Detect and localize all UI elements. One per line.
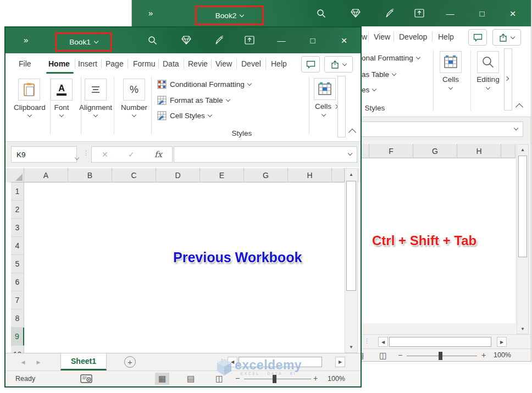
tab-data[interactable]: Data xyxy=(160,53,181,74)
insert-function-icon[interactable]: fx xyxy=(154,150,162,159)
chevron-down-icon[interactable] xyxy=(240,12,244,16)
minimize-button[interactable]: — xyxy=(274,32,289,48)
column-header-E[interactable]: E xyxy=(200,168,244,182)
scroll-right-icon[interactable]: ▶ xyxy=(497,337,507,347)
alignment-icon[interactable] xyxy=(85,79,107,101)
comment-button[interactable] xyxy=(301,56,320,73)
minimize-button[interactable]: — xyxy=(442,5,458,21)
drag-dots-icon[interactable]: ⋮ xyxy=(83,150,90,157)
column-header-H[interactable]: H xyxy=(288,168,332,182)
gem-icon[interactable] xyxy=(348,5,363,21)
row-header-8[interactable]: 8 xyxy=(11,309,24,328)
collapse-ribbon-icon[interactable] xyxy=(348,129,356,136)
pen-sparkle-icon[interactable] xyxy=(211,32,226,48)
row-header-7[interactable]: 7 xyxy=(11,291,24,309)
scroll-right-icon[interactable]: ▶ xyxy=(335,357,345,367)
zoom-level[interactable]: 100% xyxy=(494,351,511,359)
titlebar-overflow-chevron[interactable]: » xyxy=(148,8,152,18)
close-button[interactable]: × xyxy=(336,32,352,48)
drag-dots-icon[interactable]: ⋮ xyxy=(364,337,370,345)
book2-vertical-scrollbar[interactable]: ▲ ▼ xyxy=(517,144,529,334)
column-header-D[interactable]: D xyxy=(156,168,200,182)
cancel-icon[interactable]: ✕ xyxy=(102,150,108,159)
tab-help[interactable]: Help xyxy=(436,26,456,47)
row-header-10[interactable]: 10 xyxy=(11,346,24,353)
formula-input[interactable] xyxy=(174,146,357,163)
number-group-label[interactable]: Number xyxy=(119,103,149,112)
book1-vertical-scrollbar[interactable]: ▲ ▼ xyxy=(345,168,358,353)
sheet-next-icon[interactable]: ▶ xyxy=(34,358,43,367)
tab-help[interactable]: Help xyxy=(269,53,289,74)
zoom-slider-handle[interactable] xyxy=(439,352,442,360)
row-header-2[interactable]: 2 xyxy=(11,201,24,219)
gem-icon[interactable] xyxy=(179,32,194,48)
format-as-table-partial[interactable]: as Table xyxy=(362,70,396,79)
normal-view-icon[interactable]: ▦ xyxy=(155,373,169,385)
tab-file[interactable]: File xyxy=(16,53,34,74)
row-header-3[interactable]: 3 xyxy=(11,219,24,237)
tab-view[interactable]: View xyxy=(213,53,234,74)
book2-titlebar[interactable]: » Book2 — □ × xyxy=(132,0,531,26)
number-format-icon[interactable]: % xyxy=(123,79,145,101)
zoom-out-button[interactable]: − xyxy=(398,351,402,359)
font-group-label[interactable]: Font xyxy=(53,103,70,112)
tab-developer[interactable]: Devel xyxy=(239,53,263,74)
tab-insert[interactable]: Insert xyxy=(76,53,99,74)
maximize-button[interactable]: □ xyxy=(474,5,490,21)
pen-sparkle-icon[interactable] xyxy=(381,5,397,21)
share-button[interactable] xyxy=(492,29,521,46)
book1-titlebar[interactable]: » Book1 — □ × xyxy=(5,27,361,53)
row-header-9-selected[interactable]: 9 xyxy=(11,328,24,346)
format-as-table-button[interactable]: Format as Table xyxy=(157,96,230,105)
search-icon[interactable] xyxy=(313,5,329,21)
cells-icon[interactable] xyxy=(440,51,462,73)
tab-review[interactable]: Revie xyxy=(186,53,210,74)
conditional-formatting-partial[interactable]: onal Formatting xyxy=(362,54,420,62)
column-header-H[interactable]: H xyxy=(457,144,501,158)
zoom-slider[interactable] xyxy=(244,379,311,379)
scroll-up-icon[interactable]: ▲ xyxy=(345,170,357,178)
cells-group-label[interactable]: Cells xyxy=(435,75,466,84)
column-header-A[interactable]: A xyxy=(24,168,68,182)
zoom-in-button[interactable]: + xyxy=(313,374,318,383)
name-box[interactable]: K9 xyxy=(11,146,77,163)
tab-page[interactable]: Page xyxy=(103,53,126,74)
comment-button[interactable] xyxy=(468,29,487,46)
sheet-prev-icon[interactable]: ◀ xyxy=(19,358,27,367)
alignment-group-label[interactable]: Alignment xyxy=(78,103,113,112)
clipboard-group-label[interactable]: Clipboard xyxy=(13,103,47,112)
collapse-ribbon-icon[interactable] xyxy=(516,103,523,111)
ribbon-display-options-icon[interactable] xyxy=(242,32,257,48)
row-header-6[interactable]: 6 xyxy=(11,273,24,291)
row-header-5[interactable]: 5 xyxy=(11,255,24,273)
zoom-level[interactable]: 100% xyxy=(328,375,345,383)
editing-group-label[interactable]: Editing xyxy=(473,75,503,84)
scroll-left-icon[interactable]: ◀ xyxy=(378,337,388,347)
ribbon-display-options-icon[interactable] xyxy=(412,5,427,21)
row-header-1[interactable]: 1 xyxy=(11,182,24,201)
book1-sheet-grid[interactable] xyxy=(24,182,345,353)
row-header-4[interactable]: 4 xyxy=(11,237,24,255)
scroll-thumb[interactable] xyxy=(389,337,491,347)
close-button[interactable]: × xyxy=(505,5,520,21)
paste-icon[interactable] xyxy=(18,79,40,101)
titlebar-overflow-chevron[interactable]: » xyxy=(24,35,27,45)
scroll-thumb[interactable] xyxy=(346,181,356,291)
column-header-F[interactable]: F xyxy=(369,144,413,158)
ribbon-scroll-strip[interactable] xyxy=(337,76,346,137)
maximize-button[interactable]: □ xyxy=(305,32,320,48)
tab-home[interactable]: Home xyxy=(46,53,72,74)
macro-record-icon[interactable] xyxy=(80,374,92,385)
cells-icon[interactable] xyxy=(314,78,336,100)
chevron-down-icon[interactable] xyxy=(93,39,98,43)
cells-group-label[interactable]: Cells xyxy=(312,102,334,110)
conditional-formatting-button[interactable]: Conditional Formatting xyxy=(157,80,251,89)
font-icon[interactable]: A xyxy=(51,79,73,101)
tab-develop[interactable]: Develop xyxy=(397,26,429,47)
scroll-down-icon[interactable]: ▼ xyxy=(517,325,528,333)
share-button[interactable] xyxy=(324,56,353,73)
page-break-view-icon[interactable]: ◫ xyxy=(376,350,390,362)
column-header-partial[interactable] xyxy=(332,168,345,182)
page-layout-view-icon[interactable]: ▤ xyxy=(184,373,198,385)
scroll-up-icon[interactable]: ▲ xyxy=(517,146,528,153)
